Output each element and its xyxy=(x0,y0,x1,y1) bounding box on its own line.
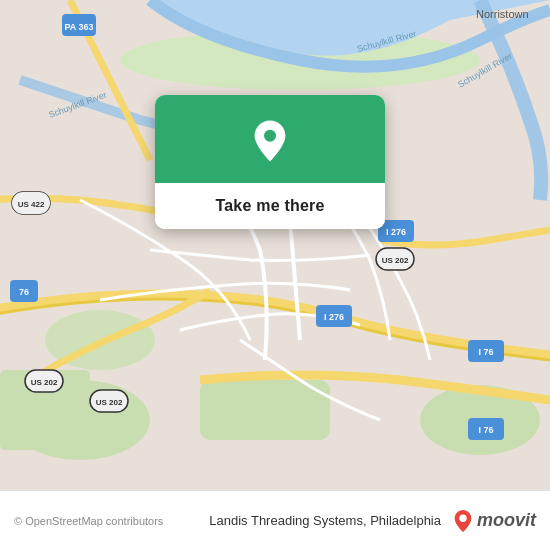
svg-point-32 xyxy=(264,130,276,142)
svg-text:I 276: I 276 xyxy=(324,312,344,322)
svg-text:US 202: US 202 xyxy=(96,398,123,407)
svg-text:76: 76 xyxy=(19,287,29,297)
copyright-text: © OpenStreetMap contributors xyxy=(14,515,197,527)
svg-text:Norristown: Norristown xyxy=(476,8,529,20)
moovit-pin-icon xyxy=(453,509,473,533)
svg-text:I 76: I 76 xyxy=(478,347,493,357)
svg-text:I 76: I 76 xyxy=(478,425,493,435)
bottom-bar: © OpenStreetMap contributors Landis Thre… xyxy=(0,490,550,550)
svg-text:PA 363: PA 363 xyxy=(64,22,93,32)
svg-text:US 422: US 422 xyxy=(18,200,45,209)
location-pin-icon xyxy=(246,117,294,165)
svg-text:US 202: US 202 xyxy=(382,256,409,265)
moovit-logo: moovit xyxy=(453,509,536,533)
popup-card: Take me there xyxy=(155,95,385,229)
popup-top xyxy=(155,95,385,183)
svg-point-33 xyxy=(459,514,466,521)
take-me-there-button[interactable]: Take me there xyxy=(155,183,385,229)
location-label: Landis Threading Systems, Philadelphia xyxy=(209,513,441,528)
svg-text:I 276: I 276 xyxy=(386,227,406,237)
moovit-brand-text: moovit xyxy=(477,510,536,531)
svg-rect-3 xyxy=(200,380,330,440)
map-container: PA 363 US 422 US 202 US 202 I 276 I 276 … xyxy=(0,0,550,490)
svg-text:US 202: US 202 xyxy=(31,378,58,387)
